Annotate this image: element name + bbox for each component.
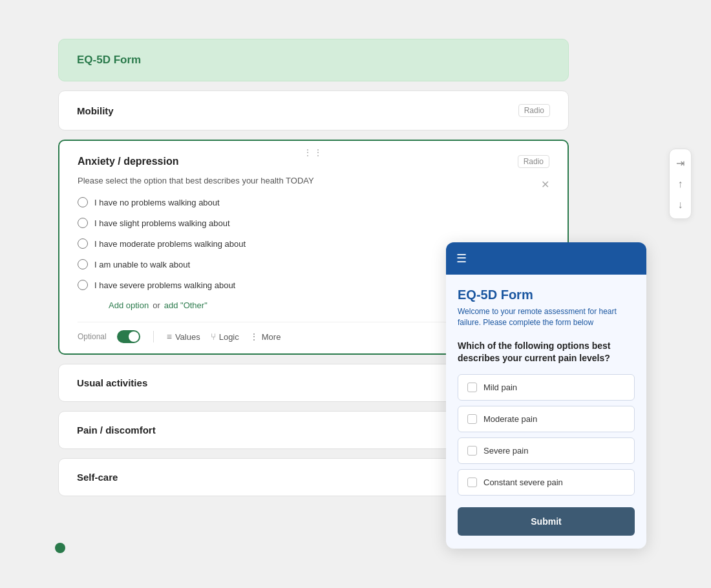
panel-header: ☰ — [446, 242, 646, 275]
anxiety-card-title: Anxiety / depression — [78, 156, 179, 167]
form-title-card: EQ-5D Form — [58, 39, 569, 81]
panel-checkbox-constant[interactable] — [467, 478, 477, 487]
mobility-badge: Radio — [518, 104, 550, 117]
add-option-link[interactable]: Add option — [109, 300, 149, 310]
mobility-title: Mobility — [77, 105, 114, 116]
panel-question: Which of the following options best desc… — [458, 340, 635, 365]
drag-handle-icon: ⋮⋮ — [303, 147, 324, 158]
radio-label-5: I have severe problems walking about — [94, 280, 235, 290]
values-label: Values — [175, 332, 200, 342]
panel-label-moderate: Moderate pain — [483, 414, 537, 424]
logic-icon: ⑂ — [211, 331, 216, 342]
panel-label-mild: Mild pain — [483, 383, 517, 392]
side-controls: ⇥ ↑ ↓ — [669, 149, 692, 219]
panel-body: EQ-5D Form Welcome to your remote assess… — [446, 275, 646, 549]
close-icon[interactable]: ✕ — [541, 178, 549, 191]
values-icon: ≡ — [167, 331, 172, 342]
radio-label-3: I have moderate problems walking about — [94, 239, 246, 249]
panel-label-severe: Severe pain — [483, 446, 528, 456]
enter-icon[interactable]: ⇥ — [676, 157, 684, 169]
more-action[interactable]: ⋮ More — [249, 331, 281, 342]
green-dot-indicator — [55, 543, 65, 553]
radio-input-1[interactable] — [78, 197, 88, 207]
anxiety-badge: Radio — [518, 155, 549, 168]
panel-label-constant: Constant severe pain — [483, 478, 563, 487]
panel-checkbox-mild[interactable] — [467, 383, 477, 392]
radio-label-4: I am unable to walk about — [94, 260, 190, 269]
radio-input-3[interactable] — [78, 238, 88, 249]
values-action[interactable]: ≡ Values — [167, 331, 200, 342]
radio-input-5[interactable] — [78, 280, 88, 290]
instruction-text: Please select the option that best descr… — [78, 176, 549, 185]
hamburger-icon[interactable]: ☰ — [456, 251, 467, 266]
floating-panel: ☰ EQ-5D Form Welcome to your remote asse… — [446, 242, 646, 549]
panel-option-severe[interactable]: Severe pain — [458, 437, 635, 464]
panel-option-constant[interactable]: Constant severe pain — [458, 469, 635, 496]
self-care-title: Self-care — [77, 472, 118, 483]
radio-label-1: I have no problems walking about — [94, 198, 220, 207]
radio-option-1[interactable]: I have no problems walking about — [78, 197, 549, 207]
more-label: More — [262, 332, 281, 342]
add-option-separator: or — [153, 300, 160, 310]
radio-option-2[interactable]: I have slight problems walking about — [78, 218, 549, 228]
optional-toggle[interactable] — [117, 330, 140, 343]
more-icon: ⋮ — [249, 331, 259, 342]
usual-activities-title: Usual activities — [77, 377, 147, 388]
radio-input-4[interactable] — [78, 259, 88, 269]
panel-option-mild[interactable]: Mild pain — [458, 374, 635, 401]
radio-input-2[interactable] — [78, 218, 88, 228]
pain-discomfort-title: Pain / discomfort — [77, 425, 156, 436]
add-other-link[interactable]: add "Other" — [164, 300, 207, 310]
logic-label: Logic — [219, 332, 239, 342]
arrow-down-icon[interactable]: ↓ — [678, 199, 683, 211]
panel-checkbox-severe[interactable] — [467, 446, 477, 456]
panel-form-title: EQ-5D Form — [458, 288, 635, 302]
mobility-section[interactable]: Mobility Radio — [58, 90, 569, 131]
optional-label: Optional — [78, 332, 107, 341]
form-title-label: EQ-5D Form — [77, 54, 141, 66]
radio-label-2: I have slight problems walking about — [94, 218, 230, 228]
panel-subtitle: Welcome to your remote assessment for he… — [458, 306, 635, 328]
panel-checkbox-moderate[interactable] — [467, 414, 477, 424]
panel-option-moderate[interactable]: Moderate pain — [458, 406, 635, 432]
logic-action[interactable]: ⑂ Logic — [211, 331, 239, 342]
submit-button[interactable]: Submit — [458, 507, 635, 536]
arrow-up-icon[interactable]: ↑ — [678, 178, 683, 190]
